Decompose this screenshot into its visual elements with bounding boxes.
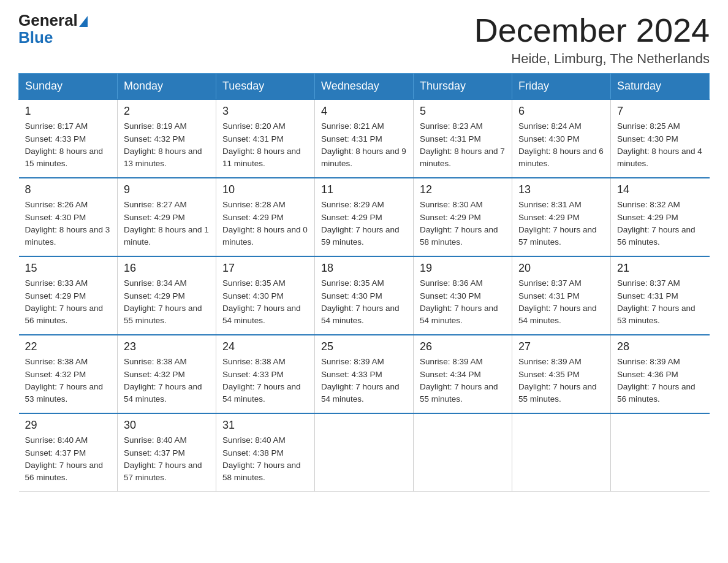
day-info: Sunrise: 8:31 AMSunset: 4:29 PMDaylight:… xyxy=(518,199,604,248)
calendar-cell: 28Sunrise: 8:39 AMSunset: 4:36 PMDayligh… xyxy=(611,335,710,413)
day-number: 15 xyxy=(25,262,112,275)
calendar-cell: 1Sunrise: 8:17 AMSunset: 4:33 PMDaylight… xyxy=(19,99,118,178)
weekday-header-monday: Monday xyxy=(118,74,216,100)
day-number: 21 xyxy=(617,262,703,275)
day-info: Sunrise: 8:17 AMSunset: 4:33 PMDaylight:… xyxy=(25,120,112,170)
day-number: 17 xyxy=(222,262,308,275)
day-info: Sunrise: 8:40 AMSunset: 4:38 PMDaylight:… xyxy=(222,434,308,484)
day-info: Sunrise: 8:19 AMSunset: 4:32 PMDaylight:… xyxy=(124,120,210,170)
day-number: 19 xyxy=(420,262,506,275)
calendar-cell: 13Sunrise: 8:31 AMSunset: 4:29 PMDayligh… xyxy=(512,178,611,256)
day-info: Sunrise: 8:35 AMSunset: 4:30 PMDaylight:… xyxy=(222,277,308,327)
calendar-cell: 21Sunrise: 8:37 AMSunset: 4:31 PMDayligh… xyxy=(611,256,710,335)
calendar-cell xyxy=(512,413,611,492)
weekday-header-friday: Friday xyxy=(512,74,611,100)
day-info: Sunrise: 8:27 AMSunset: 4:29 PMDaylight:… xyxy=(124,199,210,248)
weekday-header-thursday: Thursday xyxy=(414,74,512,100)
calendar-week-1: 1Sunrise: 8:17 AMSunset: 4:33 PMDaylight… xyxy=(19,99,710,178)
calendar-cell: 29Sunrise: 8:40 AMSunset: 4:37 PMDayligh… xyxy=(19,413,118,492)
day-number: 7 xyxy=(617,105,703,118)
calendar-cell: 16Sunrise: 8:34 AMSunset: 4:29 PMDayligh… xyxy=(118,256,216,335)
day-number: 11 xyxy=(321,183,407,196)
calendar-cell: 17Sunrise: 8:35 AMSunset: 4:30 PMDayligh… xyxy=(216,256,315,335)
calendar-week-4: 22Sunrise: 8:38 AMSunset: 4:32 PMDayligh… xyxy=(19,335,710,413)
day-number: 29 xyxy=(25,419,112,432)
calendar-cell: 19Sunrise: 8:36 AMSunset: 4:30 PMDayligh… xyxy=(414,256,512,335)
logo-blue-text: Blue xyxy=(18,28,53,47)
weekday-header-tuesday: Tuesday xyxy=(216,74,315,100)
day-number: 23 xyxy=(124,340,210,353)
page-header: General Blue December 2024 Heide, Limbur… xyxy=(18,12,710,67)
calendar-cell: 30Sunrise: 8:40 AMSunset: 4:37 PMDayligh… xyxy=(118,413,216,492)
day-info: Sunrise: 8:38 AMSunset: 4:32 PMDaylight:… xyxy=(124,356,210,405)
calendar-cell xyxy=(414,413,512,492)
day-info: Sunrise: 8:39 AMSunset: 4:35 PMDaylight:… xyxy=(518,356,604,405)
day-number: 3 xyxy=(222,105,308,118)
calendar-body: 1Sunrise: 8:17 AMSunset: 4:33 PMDaylight… xyxy=(19,99,710,492)
logo-triangle-icon xyxy=(79,16,88,27)
day-number: 31 xyxy=(222,419,308,432)
calendar-week-5: 29Sunrise: 8:40 AMSunset: 4:37 PMDayligh… xyxy=(19,413,710,492)
calendar-cell: 31Sunrise: 8:40 AMSunset: 4:38 PMDayligh… xyxy=(216,413,315,492)
calendar-cell: 22Sunrise: 8:38 AMSunset: 4:32 PMDayligh… xyxy=(19,335,118,413)
calendar-cell: 3Sunrise: 8:20 AMSunset: 4:31 PMDaylight… xyxy=(216,99,315,178)
weekday-header-saturday: Saturday xyxy=(611,74,710,100)
day-number: 16 xyxy=(124,262,210,275)
calendar-cell: 25Sunrise: 8:39 AMSunset: 4:33 PMDayligh… xyxy=(315,335,414,413)
day-info: Sunrise: 8:39 AMSunset: 4:34 PMDaylight:… xyxy=(420,356,506,405)
calendar-cell: 5Sunrise: 8:23 AMSunset: 4:31 PMDaylight… xyxy=(414,99,512,178)
day-number: 13 xyxy=(518,183,604,196)
day-number: 1 xyxy=(25,105,112,118)
day-info: Sunrise: 8:35 AMSunset: 4:30 PMDaylight:… xyxy=(321,277,407,327)
day-number: 26 xyxy=(420,340,506,353)
location-subtitle: Heide, Limburg, The Netherlands xyxy=(474,51,710,67)
day-number: 9 xyxy=(124,183,210,196)
calendar-week-2: 8Sunrise: 8:26 AMSunset: 4:30 PMDaylight… xyxy=(19,178,710,256)
day-info: Sunrise: 8:39 AMSunset: 4:36 PMDaylight:… xyxy=(617,356,703,405)
calendar-cell: 20Sunrise: 8:37 AMSunset: 4:31 PMDayligh… xyxy=(512,256,611,335)
day-number: 14 xyxy=(617,183,703,196)
calendar-cell: 8Sunrise: 8:26 AMSunset: 4:30 PMDaylight… xyxy=(19,178,118,256)
day-number: 4 xyxy=(321,105,407,118)
calendar-cell: 26Sunrise: 8:39 AMSunset: 4:34 PMDayligh… xyxy=(414,335,512,413)
day-number: 6 xyxy=(518,105,604,118)
day-info: Sunrise: 8:38 AMSunset: 4:32 PMDaylight:… xyxy=(25,356,112,405)
calendar-cell: 2Sunrise: 8:19 AMSunset: 4:32 PMDaylight… xyxy=(118,99,216,178)
day-number: 27 xyxy=(518,340,604,353)
calendar-cell xyxy=(315,413,414,492)
day-info: Sunrise: 8:37 AMSunset: 4:31 PMDaylight:… xyxy=(617,277,703,327)
day-number: 12 xyxy=(420,183,506,196)
calendar-cell: 18Sunrise: 8:35 AMSunset: 4:30 PMDayligh… xyxy=(315,256,414,335)
day-info: Sunrise: 8:37 AMSunset: 4:31 PMDaylight:… xyxy=(518,277,604,327)
day-info: Sunrise: 8:40 AMSunset: 4:37 PMDaylight:… xyxy=(124,434,210,484)
calendar-cell: 4Sunrise: 8:21 AMSunset: 4:31 PMDaylight… xyxy=(315,99,414,178)
weekday-header-wednesday: Wednesday xyxy=(315,74,414,100)
day-info: Sunrise: 8:23 AMSunset: 4:31 PMDaylight:… xyxy=(420,120,506,170)
calendar-cell: 9Sunrise: 8:27 AMSunset: 4:29 PMDaylight… xyxy=(118,178,216,256)
calendar-table: SundayMondayTuesdayWednesdayThursdayFrid… xyxy=(18,73,710,492)
day-number: 30 xyxy=(124,419,210,432)
day-number: 20 xyxy=(518,262,604,275)
calendar-cell: 27Sunrise: 8:39 AMSunset: 4:35 PMDayligh… xyxy=(512,335,611,413)
day-info: Sunrise: 8:33 AMSunset: 4:29 PMDaylight:… xyxy=(25,277,112,327)
calendar-cell: 23Sunrise: 8:38 AMSunset: 4:32 PMDayligh… xyxy=(118,335,216,413)
calendar-cell: 11Sunrise: 8:29 AMSunset: 4:29 PMDayligh… xyxy=(315,178,414,256)
calendar-cell: 24Sunrise: 8:38 AMSunset: 4:33 PMDayligh… xyxy=(216,335,315,413)
day-info: Sunrise: 8:40 AMSunset: 4:37 PMDaylight:… xyxy=(25,434,112,484)
day-info: Sunrise: 8:29 AMSunset: 4:29 PMDaylight:… xyxy=(321,199,407,248)
calendar-cell: 6Sunrise: 8:24 AMSunset: 4:30 PMDaylight… xyxy=(512,99,611,178)
day-info: Sunrise: 8:20 AMSunset: 4:31 PMDaylight:… xyxy=(222,120,308,170)
day-number: 18 xyxy=(321,262,407,275)
day-info: Sunrise: 8:34 AMSunset: 4:29 PMDaylight:… xyxy=(124,277,210,327)
day-number: 8 xyxy=(25,183,112,196)
day-info: Sunrise: 8:24 AMSunset: 4:30 PMDaylight:… xyxy=(518,120,604,170)
calendar-cell xyxy=(611,413,710,492)
calendar-cell: 7Sunrise: 8:25 AMSunset: 4:30 PMDaylight… xyxy=(611,99,710,178)
day-info: Sunrise: 8:28 AMSunset: 4:29 PMDaylight:… xyxy=(222,199,308,248)
day-number: 5 xyxy=(420,105,506,118)
day-info: Sunrise: 8:39 AMSunset: 4:33 PMDaylight:… xyxy=(321,356,407,405)
calendar-header: SundayMondayTuesdayWednesdayThursdayFrid… xyxy=(19,74,710,100)
day-number: 22 xyxy=(25,340,112,353)
day-number: 25 xyxy=(321,340,407,353)
day-number: 28 xyxy=(617,340,703,353)
